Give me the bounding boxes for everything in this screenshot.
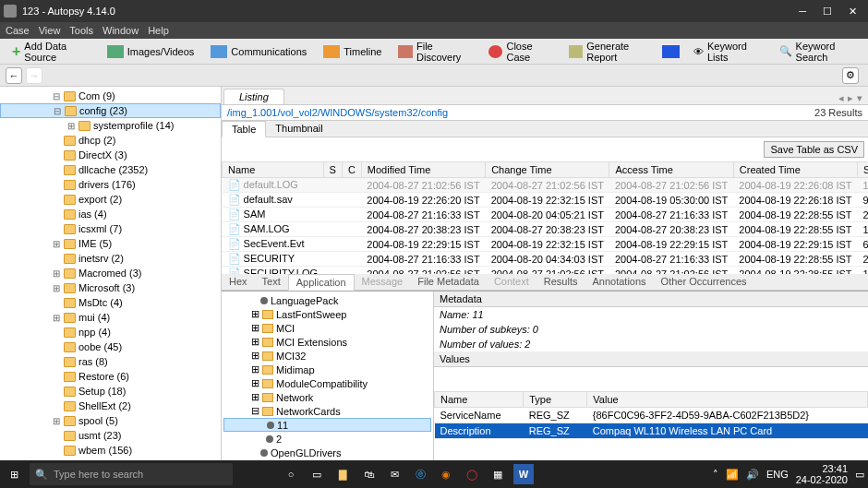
- values-table[interactable]: NameTypeValueServiceNameREG_SZ{86FC0C96-…: [434, 391, 868, 439]
- maximize-button[interactable]: ☐: [823, 6, 832, 18]
- registry-item[interactable]: LanguagePack: [223, 293, 431, 307]
- tab-menu-icon[interactable]: ▾: [857, 92, 862, 104]
- lower-tab[interactable]: Annotations: [585, 274, 653, 290]
- registry-item[interactable]: ⊞LastFontSweep: [223, 307, 431, 321]
- nav-forward-button[interactable]: →: [26, 67, 42, 84]
- minimize-button[interactable]: ─: [799, 6, 806, 18]
- tree-item[interactable]: icsxml (7): [0, 221, 221, 236]
- tray-notify-icon[interactable]: ▭: [855, 469, 864, 481]
- app-icon-1[interactable]: ▦: [488, 464, 508, 484]
- save-csv-button[interactable]: Save Table as CSV: [764, 141, 864, 158]
- values-column[interactable]: Name: [435, 392, 524, 408]
- tray-volume-icon[interactable]: 🔊: [746, 469, 759, 481]
- taskview-icon[interactable]: ▭: [307, 464, 327, 484]
- column-header[interactable]: Modified Time: [361, 162, 485, 178]
- tree-item[interactable]: oobe (45): [0, 339, 221, 354]
- tree-item[interactable]: npp (4): [0, 325, 221, 339]
- start-button[interactable]: ⊞: [4, 464, 24, 484]
- menu-tools[interactable]: Tools: [69, 25, 93, 36]
- tree-item[interactable]: ⊞Microsoft (3): [0, 280, 221, 295]
- table-row[interactable]: 📄 SAM2004-08-27 21:16:33 IST2004-08-20 0…: [223, 208, 869, 222]
- tree-item[interactable]: drivers (176): [0, 177, 221, 192]
- values-column[interactable]: Value: [587, 392, 868, 408]
- registry-tree[interactable]: LanguagePack⊞LastFontSweep⊞MCI⊞MCI Exten…: [222, 292, 434, 460]
- generate-report-button[interactable]: Generate Report: [562, 38, 659, 65]
- edge-icon[interactable]: ⓔ: [410, 464, 430, 484]
- store-icon[interactable]: 🛍: [358, 464, 379, 484]
- table-row[interactable]: 📄 SECURITY2004-08-27 21:16:33 IST2004-08…: [223, 252, 869, 267]
- column-header[interactable]: S: [323, 162, 342, 178]
- close-button[interactable]: ✕: [849, 6, 857, 18]
- tree-item[interactable]: ⊞spool (5): [0, 413, 221, 428]
- firefox-icon[interactable]: ◉: [436, 464, 456, 484]
- column-header[interactable]: Name: [223, 162, 324, 178]
- word-icon[interactable]: W: [513, 464, 534, 484]
- column-header[interactable]: Access Time: [609, 162, 733, 178]
- tree-item[interactable]: DirectX (3): [0, 148, 221, 162]
- table-row[interactable]: 📄 SecEvent.Evt2004-08-19 22:29:15 IST200…: [223, 237, 869, 252]
- mail-app-icon[interactable]: ✉: [384, 464, 404, 484]
- tray-wifi-icon[interactable]: 📶: [726, 469, 739, 481]
- tray-chevron-icon[interactable]: ˄: [713, 469, 718, 481]
- lower-tab[interactable]: Text: [255, 274, 288, 290]
- nav-back-button[interactable]: ←: [6, 67, 22, 84]
- timeline-button[interactable]: Timeline: [317, 42, 388, 61]
- add-data-source-button[interactable]: +Add Data Source: [6, 38, 97, 65]
- lower-tab[interactable]: File Metadata: [410, 274, 487, 290]
- images-videos-button[interactable]: Images/Videos: [101, 42, 201, 61]
- menu-view[interactable]: View: [39, 25, 61, 36]
- registry-item[interactable]: ⊟NetworkCards: [223, 404, 431, 418]
- tray-lang[interactable]: ENG: [766, 469, 789, 480]
- registry-item[interactable]: ⊞Network: [223, 390, 431, 404]
- table-row[interactable]: 📄 SAM.LOG2004-08-27 20:38:23 IST2004-08-…: [223, 222, 869, 237]
- opera-icon[interactable]: ◯: [462, 464, 482, 484]
- tree-item[interactable]: export (2): [0, 192, 221, 207]
- close-case-button[interactable]: Close Case: [482, 38, 559, 65]
- values-column[interactable]: Type: [524, 392, 587, 408]
- tree-item[interactable]: wbem (156): [0, 443, 221, 458]
- registry-item[interactable]: ⊞ModuleCompatibility: [223, 376, 431, 390]
- tree-item[interactable]: ⊞IME (5): [0, 236, 221, 251]
- column-header[interactable]: Size: [858, 162, 868, 178]
- listing-tab[interactable]: Listing: [223, 89, 284, 104]
- settings-gear-icon[interactable]: ⚙: [842, 67, 859, 84]
- column-header[interactable]: Change Time: [486, 162, 609, 178]
- column-header[interactable]: C: [342, 162, 361, 178]
- menu-case[interactable]: Case: [6, 25, 30, 36]
- mail-icon[interactable]: [662, 45, 680, 58]
- tree-item[interactable]: ⊞mui (4): [0, 310, 221, 325]
- keyword-lists-button[interactable]: 👁 Keyword Lists: [687, 38, 766, 65]
- tree-item[interactable]: ⊞systemprofile (14): [0, 118, 221, 133]
- lower-tab[interactable]: Other Occurrences: [654, 274, 754, 290]
- tree-item[interactable]: ShellExt (2): [0, 399, 221, 413]
- explorer-icon[interactable]: ▇: [332, 464, 353, 484]
- directory-tree[interactable]: ⊟Com (9)⊟config (23)⊞systemprofile (14)d…: [0, 87, 222, 460]
- tree-item[interactable]: ⊟Com (9): [0, 89, 221, 103]
- thumbnail-tab[interactable]: Thumbnail: [266, 121, 332, 137]
- lower-tab[interactable]: Hex: [222, 274, 255, 290]
- tree-item[interactable]: Restore (6): [0, 369, 221, 384]
- file-table[interactable]: NameSCModified TimeChange TimeAccess Tim…: [222, 161, 868, 274]
- tree-item[interactable]: MsDtc (4): [0, 295, 221, 310]
- registry-item[interactable]: ⊞MCI: [223, 321, 431, 335]
- lower-tab[interactable]: Message: [355, 274, 411, 290]
- file-discovery-button[interactable]: File Discovery: [392, 38, 477, 65]
- communications-button[interactable]: Communications: [204, 42, 313, 61]
- registry-item[interactable]: 11: [223, 418, 431, 432]
- tree-item[interactable]: inetsrv (2): [0, 251, 221, 266]
- menu-help[interactable]: Help: [148, 25, 169, 36]
- tab-prev-icon[interactable]: ◂: [838, 92, 844, 104]
- menu-window[interactable]: Window: [102, 25, 139, 36]
- tree-item[interactable]: ias (4): [0, 207, 221, 221]
- system-tray[interactable]: ˄ 📶 🔊 ENG 23:41 24-02-2020 ▭: [713, 463, 864, 485]
- lower-tab[interactable]: Context: [487, 274, 536, 290]
- tree-item[interactable]: dllcache (2352): [0, 162, 221, 177]
- tree-item[interactable]: ⊞Macromed (3): [0, 266, 221, 280]
- cortana-icon[interactable]: ○: [281, 464, 301, 484]
- value-row[interactable]: DescriptionREG_SZCompaq WL110 Wireless L…: [435, 423, 868, 439]
- registry-item[interactable]: 2: [223, 432, 431, 446]
- tree-item[interactable]: ras (8): [0, 354, 221, 369]
- tree-item[interactable]: Setup (18): [0, 384, 221, 399]
- lower-tab[interactable]: Application: [288, 274, 355, 291]
- registry-item[interactable]: ⊞MCI32: [223, 349, 431, 363]
